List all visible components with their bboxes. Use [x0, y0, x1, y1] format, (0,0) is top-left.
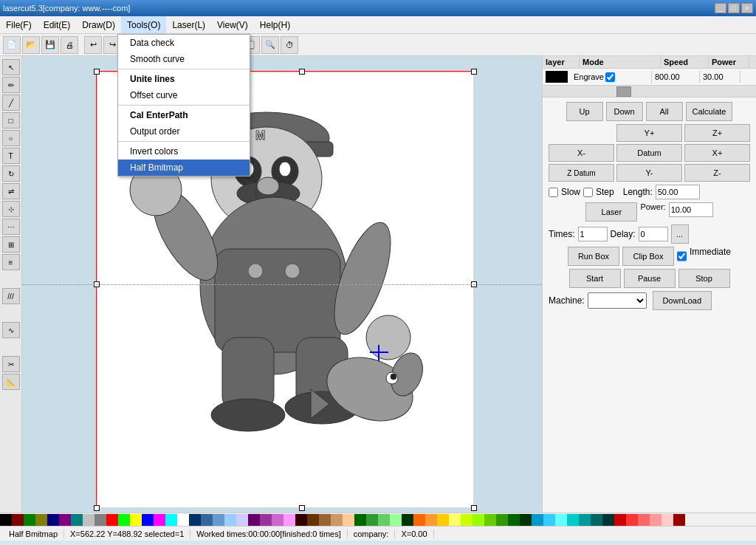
delay-more-button[interactable]: ... [671, 224, 689, 244]
color-swatch-33ccff[interactable] [543, 514, 555, 526]
all-button[interactable]: All [646, 102, 683, 121]
close-button[interactable]: × [741, 3, 753, 13]
down-button[interactable]: Down [606, 102, 643, 121]
pause-button[interactable]: Pause [624, 269, 676, 288]
slow-checkbox[interactable] [549, 188, 558, 197]
color-swatch-ffcccc[interactable] [662, 514, 673, 526]
color-swatch-993399[interactable] [260, 514, 272, 526]
node-edit-tool[interactable]: ⊹ [2, 201, 20, 217]
rotate-tool[interactable]: ↻ [2, 165, 20, 182]
menu-help[interactable]: Help(H) [254, 16, 296, 33]
time-tool[interactable]: ⏱ [281, 36, 298, 54]
pencil-tool[interactable]: ✏ [2, 77, 20, 93]
immediate-checkbox[interactable] [677, 247, 687, 266]
handle-bl[interactable] [94, 505, 100, 511]
measure-tool[interactable]: 📐 [2, 374, 20, 390]
x-plus-button[interactable]: X+ [684, 144, 750, 162]
color-swatch-c0c0c0[interactable] [83, 514, 94, 526]
hatch-tool[interactable]: /// [2, 288, 20, 304]
color-swatch-996633[interactable] [319, 514, 331, 526]
color-swatch-cc0000[interactable] [614, 514, 626, 526]
x-minus-button[interactable]: X- [549, 144, 614, 162]
minimize-button[interactable]: _ [715, 3, 726, 13]
menu-edit[interactable]: Edit(E) [38, 16, 77, 33]
color-swatch-808080[interactable] [94, 514, 106, 526]
canvas-area[interactable]: M [22, 56, 542, 513]
undo-button[interactable]: ↩ [84, 36, 102, 54]
color-swatch-cc9966[interactable] [331, 514, 343, 526]
y-minus-button[interactable]: Y- [616, 164, 682, 182]
step-checkbox[interactable] [583, 188, 593, 197]
color-swatch-0099cc[interactable] [532, 514, 543, 526]
cursor-tool[interactable]: ↖ [2, 59, 20, 75]
handle-tm[interactable] [299, 69, 305, 75]
color-swatch-ffff00[interactable] [130, 514, 142, 526]
up-button[interactable]: Up [566, 102, 603, 121]
menu-tools[interactable]: Tools(O) [121, 16, 166, 33]
clip-box-button[interactable]: Clip Box [622, 247, 674, 266]
datum-button[interactable]: Datum [616, 144, 682, 162]
bezier-tool[interactable]: ⋯ [2, 219, 20, 235]
download-button[interactable]: DownLoad [653, 291, 712, 310]
menu-invert-colors[interactable]: Invert colors [118, 143, 250, 160]
text-tool[interactable]: T [2, 148, 20, 164]
z-plus-button[interactable]: Z+ [684, 124, 750, 142]
color-swatch-ffcc99[interactable] [343, 514, 354, 526]
color-swatch-ff00ff[interactable] [154, 514, 165, 526]
layers-tool[interactable]: ≡ [2, 254, 20, 270]
color-swatch-339933[interactable] [366, 514, 378, 526]
color-swatch-000080[interactable] [47, 514, 59, 526]
handle-bm[interactable] [299, 505, 305, 511]
handle-tl[interactable] [94, 69, 100, 75]
menu-smooth-curve[interactable]: Smooth curve [118, 51, 250, 67]
rect-tool[interactable]: □ [2, 112, 20, 128]
run-box-button[interactable]: Run Box [568, 247, 619, 266]
color-swatch-003300[interactable] [520, 514, 532, 526]
color-swatch-ff3333[interactable] [626, 514, 638, 526]
color-swatch-ff99ff[interactable] [284, 514, 295, 526]
menu-unite-lines[interactable]: Unite lines [118, 71, 250, 87]
color-swatch-99ff99[interactable] [390, 514, 402, 526]
handle-tr[interactable] [471, 69, 477, 75]
start-button[interactable]: Start [569, 269, 621, 288]
color-swatch-663300[interactable] [307, 514, 319, 526]
color-swatch-ff0000[interactable] [106, 514, 118, 526]
menu-file[interactable]: File(F) [0, 16, 38, 33]
save-button[interactable]: 💾 [41, 36, 59, 54]
times-input[interactable]: 1 [578, 227, 608, 241]
color-swatch-ff9999[interactable] [650, 514, 662, 526]
color-swatch-66cc00[interactable] [484, 514, 496, 526]
tools-dropdown-menu[interactable]: Data check Smooth curve Unite lines Offs… [117, 34, 250, 176]
color-swatch-660066[interactable] [248, 514, 260, 526]
circle-tool[interactable]: ○ [2, 130, 20, 146]
menu-view[interactable]: View(V) [211, 16, 254, 33]
window-controls[interactable]: _ □ × [715, 3, 753, 13]
color-swatch-330000[interactable] [295, 514, 307, 526]
stop-button[interactable]: Stop [678, 269, 730, 288]
menu-offset-curve[interactable]: Offset curve [118, 87, 250, 103]
color-swatch-99ccff[interactable] [224, 514, 236, 526]
new-button[interactable]: 📄 [3, 36, 21, 54]
grid-tool[interactable]: ⊞ [2, 236, 20, 253]
right-panel-scrollbar[interactable] [543, 86, 756, 97]
zoom-tool[interactable]: 🔍 [261, 36, 279, 54]
mirror-tool[interactable]: ⇌ [2, 183, 20, 199]
color-swatch-0000ff[interactable] [142, 514, 154, 526]
color-swatch-66cc66[interactable] [378, 514, 390, 526]
color-swatch-000000[interactable] [0, 514, 12, 526]
color-swatch-006600[interactable] [508, 514, 520, 526]
length-input[interactable]: 50.00 [656, 185, 700, 199]
color-swatch-800080[interactable] [59, 514, 71, 526]
print-button[interactable]: 🖨 [61, 36, 78, 54]
color-swatch-ccff00[interactable] [461, 514, 472, 526]
color-swatch-006600[interactable] [354, 514, 366, 526]
y-plus-button[interactable]: Y+ [616, 124, 682, 142]
color-swatch-336699[interactable] [201, 514, 213, 526]
color-swatch-99ff00[interactable] [472, 514, 484, 526]
machine-select[interactable] [588, 292, 647, 309]
color-swatch-ffcc00[interactable] [437, 514, 449, 526]
delay-input[interactable]: 0 [639, 227, 668, 241]
line-tool[interactable]: ╱ [2, 95, 20, 111]
color-swatch-006666[interactable] [591, 514, 602, 526]
color-swatch-339900[interactable] [496, 514, 508, 526]
